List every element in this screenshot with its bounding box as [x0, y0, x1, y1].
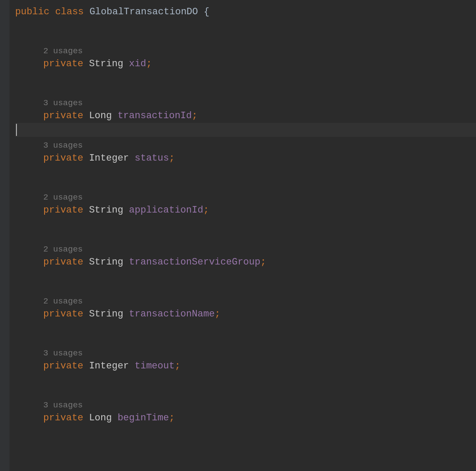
field-type: Long [89, 110, 112, 121]
blank-line [15, 387, 476, 397]
field-modifier: private [43, 205, 83, 216]
usage-hint[interactable]: 2 usages [15, 42, 476, 57]
usage-hint[interactable]: 2 usages [15, 241, 476, 255]
semicolon: ; [261, 257, 266, 268]
field-type: String [89, 257, 123, 268]
editor-gutter[interactable] [0, 0, 10, 471]
semicolon: ; [169, 413, 174, 423]
field-type: Integer [89, 361, 129, 371]
field-name: transactionName [129, 309, 215, 319]
semicolon: ; [203, 205, 209, 216]
field-modifier: private [43, 361, 83, 371]
semicolon: ; [215, 309, 220, 319]
field-modifier: private [43, 153, 83, 164]
field-type: String [89, 309, 123, 319]
usage-hint[interactable]: 3 usages [15, 94, 476, 109]
field-modifier: private [43, 257, 83, 268]
field-line[interactable]: private String transactionName; [15, 307, 476, 321]
field-line[interactable]: private Long beginTime; [15, 411, 476, 425]
modifier-keyword: public [15, 6, 49, 17]
class-declaration-line[interactable]: public class GlobalTransactionDO { [15, 5, 476, 19]
blank-line [15, 179, 476, 189]
current-line-highlight [15, 123, 476, 137]
field-modifier: private [43, 309, 83, 319]
blank-line [15, 217, 476, 231]
field-name: transactionId [118, 110, 192, 121]
blank-line [15, 283, 476, 293]
blank-line [15, 33, 476, 42]
blank-line [15, 231, 476, 241]
usage-hint[interactable]: 2 usages [15, 189, 476, 203]
usage-hint[interactable]: 2 usages [15, 293, 476, 307]
field-type: String [89, 205, 123, 216]
blank-line [15, 165, 476, 179]
field-name: xid [129, 58, 146, 69]
field-name: applicationId [129, 205, 203, 216]
current-line-row[interactable] [15, 123, 476, 137]
blank-line [15, 269, 476, 283]
field-line[interactable]: private String transactionServiceGroup; [15, 255, 476, 269]
field-name: transactionServiceGroup [129, 257, 261, 268]
blank-line [15, 321, 476, 335]
blank-line [15, 335, 476, 345]
class-keyword: class [55, 6, 84, 17]
field-line[interactable]: private Long transactionId; [15, 109, 476, 123]
usage-hint[interactable]: 3 usages [15, 137, 476, 152]
semicolon: ; [146, 58, 152, 69]
field-line[interactable]: private Integer timeout; [15, 359, 476, 373]
blank-line [15, 85, 476, 94]
field-type: Integer [89, 153, 129, 164]
field-modifier: private [43, 58, 83, 69]
class-name: GlobalTransactionDO [90, 6, 198, 17]
field-modifier: private [43, 413, 83, 423]
blank-line [15, 373, 476, 387]
field-name: status [135, 153, 169, 164]
usage-hint[interactable]: 3 usages [15, 345, 476, 359]
field-line[interactable]: private Integer status; [15, 152, 476, 165]
field-name: timeout [135, 361, 174, 371]
semicolon: ; [192, 110, 197, 121]
field-modifier: private [43, 110, 83, 121]
text-caret [16, 124, 17, 136]
field-type: String [89, 58, 123, 69]
field-type: Long [89, 413, 112, 423]
open-brace: { [204, 6, 209, 17]
field-line[interactable]: private String applicationId; [15, 203, 476, 217]
field-line[interactable]: private String xid; [15, 57, 476, 71]
code-editor[interactable]: public class GlobalTransactionDO { 2 usa… [10, 0, 476, 471]
usage-hint[interactable]: 3 usages [15, 397, 476, 411]
field-name: beginTime [118, 413, 169, 423]
blank-line [15, 19, 476, 33]
semicolon: ; [175, 361, 180, 371]
semicolon: ; [169, 153, 174, 164]
blank-line [15, 71, 476, 85]
